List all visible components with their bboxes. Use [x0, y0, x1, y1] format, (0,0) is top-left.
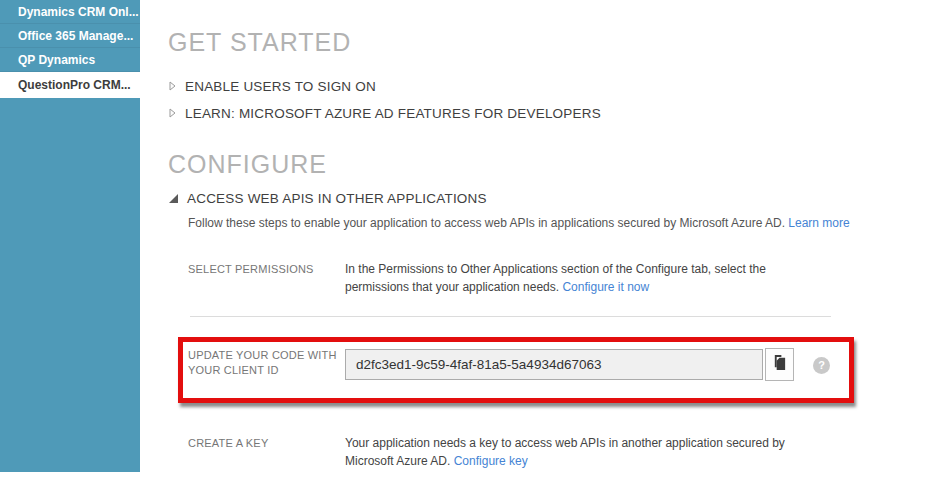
select-permissions-description: In the Permissions to Other Applications…: [345, 260, 766, 296]
client-id-label: UPDATE YOUR CODE WITH YOUR CLIENT ID: [188, 348, 337, 378]
get-started-heading: GET STARTED: [168, 28, 351, 57]
section-access-web-apis[interactable]: ACCESS WEB APIS IN OTHER APPLICATIONS: [169, 191, 487, 206]
configure-heading: CONFIGURE: [168, 150, 327, 179]
description-text: permissions that your application needs.: [345, 280, 562, 294]
configure-it-now-link[interactable]: Configure it now: [562, 280, 649, 294]
label-line: YOUR CLIENT ID: [188, 363, 337, 378]
select-permissions-label: SELECT PERMISSIONS: [188, 263, 314, 275]
sidebar-item-qp-dynamics[interactable]: QP Dynamics: [0, 48, 140, 72]
section-learn-azure-ad-features[interactable]: LEARN: MICROSOFT AZURE AD FEATURES FOR D…: [169, 104, 601, 122]
sidebar-item-office-365[interactable]: Office 365 Manage...: [0, 24, 140, 48]
section-enable-users-sign-on[interactable]: ENABLE USERS TO SIGN ON: [169, 77, 376, 95]
section-title: LEARN: MICROSOFT AZURE AD FEATURES FOR D…: [185, 106, 601, 121]
description-text: Microsoft Azure AD.: [345, 454, 454, 468]
sidebar-item-dynamics-crm[interactable]: Dynamics CRM Onl...: [0, 0, 140, 24]
description-line: permissions that your application needs.…: [345, 278, 766, 296]
section-title: ACCESS WEB APIS IN OTHER APPLICATIONS: [187, 191, 487, 206]
configure-key-link[interactable]: Configure key: [454, 454, 528, 468]
access-web-apis-intro: Follow these steps to enable your applic…: [188, 216, 850, 230]
intro-text: Follow these steps to enable your applic…: [188, 216, 788, 230]
section-divider: [190, 316, 831, 317]
description-line: Your application needs a key to access w…: [345, 434, 785, 452]
copy-icon: [772, 354, 787, 375]
chevron-right-icon: [169, 104, 176, 122]
learn-more-link[interactable]: Learn more: [788, 216, 849, 230]
chevron-right-icon: [169, 77, 176, 95]
create-a-key-description: Your application needs a key to access w…: [345, 434, 785, 470]
app-list-sidebar: Dynamics CRM Onl... Office 365 Manage...…: [0, 0, 140, 472]
section-title: ENABLE USERS TO SIGN ON: [185, 79, 376, 94]
create-a-key-label: CREATE A KEY: [188, 437, 268, 449]
label-line: UPDATE YOUR CODE WITH: [188, 348, 337, 363]
description-line: In the Permissions to Other Applications…: [345, 260, 766, 278]
description-line: Microsoft Azure AD. Configure key: [345, 452, 785, 470]
azure-ad-configure-page: Dynamics CRM Onl... Office 365 Manage...…: [0, 0, 940, 487]
help-icon[interactable]: ?: [813, 357, 830, 374]
sidebar-item-questionpro-crm[interactable]: QuestionPro CRM...: [0, 72, 140, 98]
copy-client-id-button[interactable]: [765, 348, 794, 381]
chevron-expanded-icon: [169, 194, 178, 203]
client-id-input[interactable]: [345, 349, 763, 380]
